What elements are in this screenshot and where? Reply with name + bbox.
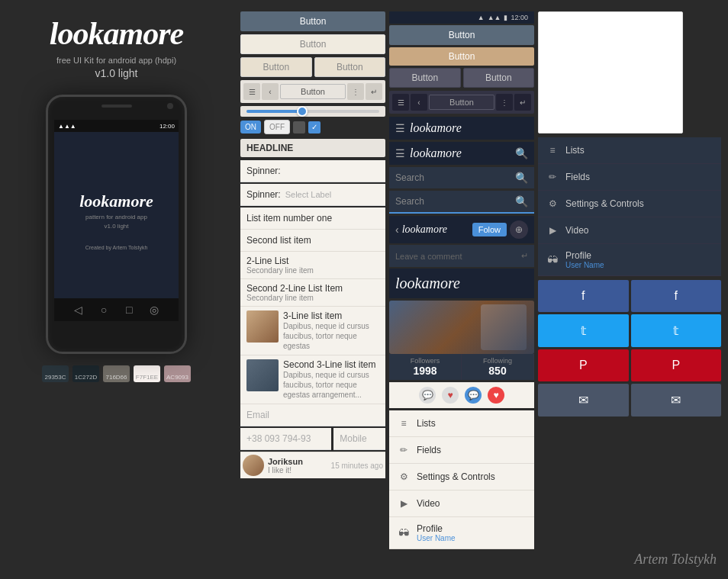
three-line-secondary-1: Dapibus, neque id cursus faucibus, torto…: [283, 321, 379, 351]
facebook-button-2[interactable]: f: [631, 280, 722, 312]
dark-tan-button[interactable]: Button: [389, 47, 534, 66]
menu-toolbar-icon[interactable]: ☰: [243, 83, 260, 100]
dark-menu-fields[interactable]: ✏ Fields: [538, 164, 721, 191]
email-input[interactable]: [240, 404, 385, 426]
dark-half-button-2[interactable]: Button: [463, 68, 535, 88]
white-preview-box: [538, 11, 683, 133]
following-label: Following: [465, 357, 530, 365]
slider-track[interactable]: [246, 110, 379, 113]
comment-input-row[interactable]: Leave a comment ↵: [389, 245, 534, 267]
pinterest-button-1[interactable]: P: [538, 349, 629, 381]
toolbar-button[interactable]: Button: [280, 84, 346, 99]
follow-back-icon[interactable]: ‹: [395, 224, 399, 236]
spinner-select[interactable]: Select Label: [285, 190, 379, 199]
three-line-secondary-2: Dapibus, neque id cursus faucibus, torto…: [283, 370, 379, 400]
three-line-content-1: 3-Line list item Dapibus, neque id cursu…: [283, 310, 379, 351]
light-menu-lists[interactable]: ≡ Lists: [389, 410, 534, 437]
slider-thumb[interactable]: [297, 106, 308, 117]
back-toolbar-icon[interactable]: ‹: [262, 83, 279, 100]
search-nav-icon[interactable]: ◎: [147, 302, 162, 317]
light-menu-fields[interactable]: ✏ Fields: [389, 437, 534, 464]
left-panel: lookamore free UI Kit for android app (h…: [0, 0, 233, 579]
facebook-button-1[interactable]: f: [538, 280, 629, 312]
light-menu-video[interactable]: ▶ Video: [389, 491, 534, 517]
reaction-icons-row: 💬 ♥ 💬 ♥: [389, 382, 534, 408]
enter-toolbar-icon[interactable]: ↵: [366, 83, 382, 100]
dark-toolbar-button[interactable]: Button: [429, 95, 494, 110]
dark-menu-settings[interactable]: ⚙ Settings & Controls: [538, 191, 721, 217]
twitter-button-1[interactable]: 𝕥: [538, 314, 629, 347]
three-line-primary-2: Second 3-Line list item: [283, 359, 379, 370]
dark-nav-menu-icon[interactable]: ☰: [395, 122, 405, 134]
swatch-1: 29353C: [42, 365, 69, 382]
follow-button[interactable]: Folow: [472, 223, 507, 236]
dark-menu-profile[interactable]: 🕶 Profile User Name: [538, 244, 721, 276]
comment-reaction-icon[interactable]: 💬: [419, 387, 436, 404]
toggle-on-button[interactable]: ON: [240, 121, 261, 133]
dark-search-bar-1[interactable]: Search 🔍: [389, 167, 534, 188]
home-nav-icon[interactable]: ○: [96, 302, 111, 317]
swatch-2: 1C272D: [72, 365, 99, 382]
dark-more-icon[interactable]: ⋮: [496, 94, 513, 111]
checkbox-unchecked[interactable]: [293, 121, 305, 133]
following-stat: Following 850: [462, 354, 534, 380]
toggle-off-button[interactable]: OFF: [264, 120, 290, 134]
three-line-thumb-1: [246, 310, 279, 343]
brand-tagline: free UI Kit for android app (hdpi): [56, 56, 176, 65]
phone-input[interactable]: [240, 428, 331, 450]
phone-status-bar: ▲▲▲ 12:00: [54, 120, 179, 132]
light-button[interactable]: Button: [240, 34, 385, 54]
dark-primary-button[interactable]: Button: [389, 25, 534, 45]
three-line-item-1[interactable]: 3-Line list item Dapibus, neque id cursu…: [240, 307, 385, 355]
brand-logo: lookamore: [50, 15, 183, 52]
chat-reaction-icon[interactable]: 💬: [465, 387, 482, 404]
followers-label: Followers: [392, 357, 458, 365]
dark-enter-icon[interactable]: ↵: [514, 94, 531, 111]
twitter-button-2[interactable]: 𝕥: [631, 314, 722, 347]
half-button-1[interactable]: Button: [240, 57, 312, 77]
phone-label-input[interactable]: [333, 428, 385, 450]
profile-light-label: Profile: [417, 523, 456, 534]
dark-menu-icon[interactable]: ☰: [392, 94, 409, 111]
dark-menu-lists[interactable]: ≡ Lists: [538, 137, 721, 164]
phone-speaker: [101, 105, 132, 108]
profile-dark-icon: 🕶: [546, 253, 559, 267]
list-item-1[interactable]: List item number one: [240, 207, 385, 230]
dark-nav-menu-icon-2[interactable]: ☰: [395, 147, 405, 159]
love-reaction-icon[interactable]: ♥: [488, 387, 504, 404]
toolbar-row-light: ☰ ‹ Button ⋮ ↵: [240, 80, 385, 103]
light-menu-settings[interactable]: ⚙ Settings & Controls: [389, 464, 534, 491]
pinterest-button-2[interactable]: P: [631, 349, 722, 381]
email-button-2[interactable]: ✉: [631, 384, 722, 417]
primary-button[interactable]: Button: [240, 11, 385, 31]
list-item-2[interactable]: Second list item: [240, 230, 385, 252]
dark-nav-bar: ☰ lookamore: [389, 117, 534, 140]
half-button-2[interactable]: Button: [314, 57, 386, 77]
light-menu-profile[interactable]: 🕶 Profile User Name: [389, 517, 534, 549]
dark-search-bar-2[interactable]: Search 🔍: [389, 191, 534, 214]
heart-reaction-icon[interactable]: ♥: [442, 387, 459, 404]
more-toolbar-icon[interactable]: ⋮: [347, 83, 364, 100]
search-icon-1[interactable]: 🔍: [515, 172, 528, 184]
settings-light-icon: ⚙: [397, 470, 411, 484]
signal-icon: ▲▲: [488, 14, 501, 21]
phone-screen: ▲▲▲ 12:00 lookamore pattern for android …: [54, 120, 179, 321]
back-nav-icon[interactable]: ◁: [71, 302, 86, 317]
two-line-primary-1: 2-Line List: [246, 256, 379, 266]
menu-nav-icon[interactable]: □: [121, 302, 137, 317]
three-line-item-2[interactable]: Second 3-Line list item Dapibus, neque i…: [240, 355, 385, 404]
dark-menu-video[interactable]: ▶ Video: [538, 217, 721, 244]
commenter-name: Joriksun: [268, 457, 327, 466]
checkbox-checked[interactable]: ✓: [308, 121, 321, 133]
dark-half-button-1[interactable]: Button: [389, 68, 461, 88]
comment-send-icon[interactable]: ↵: [521, 251, 528, 261]
two-line-item-2[interactable]: Second 2-Line List Item Secondary line i…: [240, 279, 385, 307]
two-line-item-1[interactable]: 2-Line List Secondary line item: [240, 252, 385, 279]
share-button[interactable]: ⊕: [510, 220, 528, 239]
search-icon-2[interactable]: 🔍: [515, 195, 528, 207]
nav-search-icon[interactable]: 🔍: [515, 147, 528, 159]
settings-dark-label: Settings & Controls: [565, 198, 644, 209]
three-line-thumb-2: [246, 359, 279, 391]
dark-back-icon[interactable]: ‹: [411, 94, 427, 111]
email-button-1[interactable]: ✉: [538, 384, 629, 417]
